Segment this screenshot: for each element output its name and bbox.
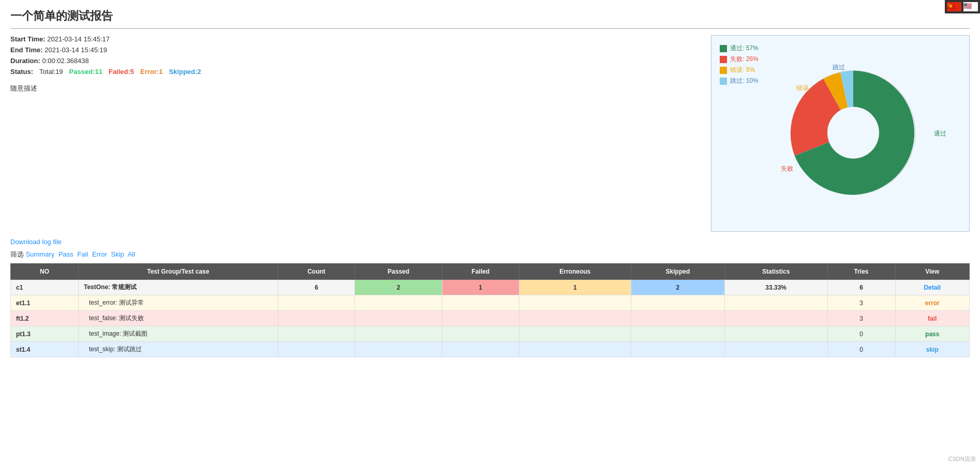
- legend-error: 错误: 5%: [720, 66, 759, 74]
- filter-fail[interactable]: Fail: [77, 250, 88, 258]
- status-total: Total:19: [39, 68, 63, 76]
- chart-legend: 通过: 57% 失败: 26% 错误: 5% 跳过: 10%: [720, 44, 759, 87]
- table-row: pt1.3 test_image: 测试截图 0 pass: [11, 326, 970, 342]
- flag-en-icon[interactable]: 🇺🇸: [963, 2, 978, 11]
- status-label: Status:: [10, 68, 33, 76]
- cell-view[interactable]: error: [895, 295, 970, 311]
- cell-name: TestOne: 常规测试: [78, 280, 278, 295]
- duration-label: Duration:: [10, 57, 40, 65]
- cell-view[interactable]: fail: [895, 311, 970, 326]
- start-time-value: 2021-03-14 15:45:17: [47, 35, 110, 43]
- cell-failed: 1: [442, 280, 519, 295]
- cell-statistics: [724, 295, 827, 311]
- filter-summary[interactable]: Summary: [26, 250, 55, 258]
- download-log-link[interactable]: Download log file: [10, 238, 62, 246]
- detail-link[interactable]: Detail: [924, 284, 941, 291]
- col-tries: Tries: [827, 264, 895, 280]
- cell-tries: 3: [827, 311, 895, 326]
- cell-name: test_error: 测试异常: [78, 295, 278, 311]
- cell-statistics: [724, 326, 827, 342]
- cell-view[interactable]: Detail: [895, 280, 970, 295]
- filter-pass[interactable]: Pass: [58, 250, 73, 258]
- cell-skipped: [631, 295, 725, 311]
- cell-failed: [442, 326, 519, 342]
- col-statistics: Statistics: [724, 264, 827, 280]
- cell-passed: [355, 295, 442, 311]
- filter-error[interactable]: Error: [92, 250, 107, 258]
- cell-passed: [355, 342, 442, 357]
- pie-chart-wrapper: 通过 失败 错误 跳过: [786, 66, 920, 202]
- legend-error-label: 错误: 5%: [730, 66, 755, 74]
- cell-no: ft1.2: [11, 311, 79, 326]
- col-count: Count: [278, 264, 355, 280]
- cell-erroneous: 1: [519, 280, 631, 295]
- filter-section: 筛选 Summary Pass Fail Error Skip All: [10, 250, 970, 259]
- cell-erroneous: [519, 342, 631, 357]
- cell-no: pt1.3: [11, 326, 79, 342]
- legend-skip-label: 跳过: 10%: [730, 77, 759, 85]
- legend-skip: 跳过: 10%: [720, 77, 759, 85]
- cell-no: c1: [11, 280, 79, 295]
- cell-count: 6: [278, 280, 355, 295]
- pass-link[interactable]: pass: [925, 331, 939, 338]
- top-flag-bar: 🇨🇳 🇺🇸: [945, 0, 980, 13]
- col-no: NO: [11, 264, 79, 280]
- description: 随意描述: [10, 84, 201, 93]
- status-skipped: Skipped:2: [169, 68, 201, 76]
- cell-statistics: [724, 342, 827, 357]
- fail-link[interactable]: fail: [928, 315, 937, 322]
- table-row: c1 TestOne: 常规测试 6 2 1 1 2 33.33% 6 Deta…: [11, 280, 970, 295]
- table-row: st1.4 test_skip: 测试跳过 0 skip: [11, 342, 970, 357]
- filter-all[interactable]: All: [128, 250, 135, 258]
- end-time-value: 2021-03-14 15:45:19: [44, 46, 107, 54]
- cell-statistics: 33.33%: [724, 280, 827, 295]
- chart-section: 通过: 57% 失败: 26% 错误: 5% 跳过: 10%: [711, 35, 970, 232]
- cell-skipped: 2: [631, 280, 725, 295]
- duration-line: Duration: 0:00:02.368438: [10, 57, 201, 65]
- end-time-label: End Time:: [10, 46, 43, 54]
- legend-error-color: [720, 67, 727, 74]
- cell-skipped: [631, 326, 725, 342]
- legend-pass: 通过: 57%: [720, 44, 759, 53]
- duration-value: 0:00:02.368438: [42, 57, 88, 65]
- col-view: View: [895, 264, 970, 280]
- legend-fail: 失败: 26%: [720, 55, 759, 64]
- cell-view[interactable]: pass: [895, 326, 970, 342]
- cell-count: [278, 326, 355, 342]
- filter-skip[interactable]: Skip: [111, 250, 124, 258]
- col-failed: Failed: [442, 264, 519, 280]
- error-link[interactable]: error: [925, 299, 940, 307]
- download-section: Download log file: [10, 238, 970, 246]
- pie-label-fail: 失败: [781, 164, 793, 173]
- cell-passed: [355, 311, 442, 326]
- report-container: 一个简单的测试报告 Start Time: 2021-03-14 15:45:1…: [0, 0, 980, 366]
- cell-tries: 0: [827, 342, 895, 357]
- cell-no: st1.4: [11, 342, 79, 357]
- status-error: Error:1: [140, 68, 162, 76]
- pie-label-skip: 跳过: [833, 63, 845, 72]
- skip-link[interactable]: skip: [926, 346, 939, 353]
- legend-pass-label: 通过: 57%: [730, 44, 759, 53]
- cell-tries: 6: [827, 280, 895, 295]
- cell-view[interactable]: skip: [895, 342, 970, 357]
- pie-label-pass: 通过: [934, 129, 946, 138]
- col-testgroup: Test Group/Test case: [78, 264, 278, 280]
- legend-fail-color: [720, 56, 727, 63]
- table-header: NO Test Group/Test case Count Passed Fai…: [11, 264, 970, 280]
- cell-failed: [442, 342, 519, 357]
- test-table: NO Test Group/Test case Count Passed Fai…: [10, 263, 970, 357]
- status-line: Status: Total:19 Passed:11 Failed:5 Erro…: [10, 68, 201, 76]
- table-row: ft1.2 test_false: 测试失败 3 fail: [11, 311, 970, 326]
- cell-skipped: [631, 311, 725, 326]
- col-skipped: Skipped: [631, 264, 725, 280]
- cell-name: test_false: 测试失败: [78, 311, 278, 326]
- flag-cn-icon[interactable]: 🇨🇳: [947, 2, 961, 11]
- cell-failed: [442, 311, 519, 326]
- cell-erroneous: [519, 326, 631, 342]
- pie-label-error: 错误: [796, 84, 809, 93]
- cell-erroneous: [519, 311, 631, 326]
- table-row: et1.1 test_error: 测试异常 3 error: [11, 295, 970, 311]
- status-passed: Passed:11: [69, 68, 102, 76]
- cell-erroneous: [519, 295, 631, 311]
- cell-count: [278, 295, 355, 311]
